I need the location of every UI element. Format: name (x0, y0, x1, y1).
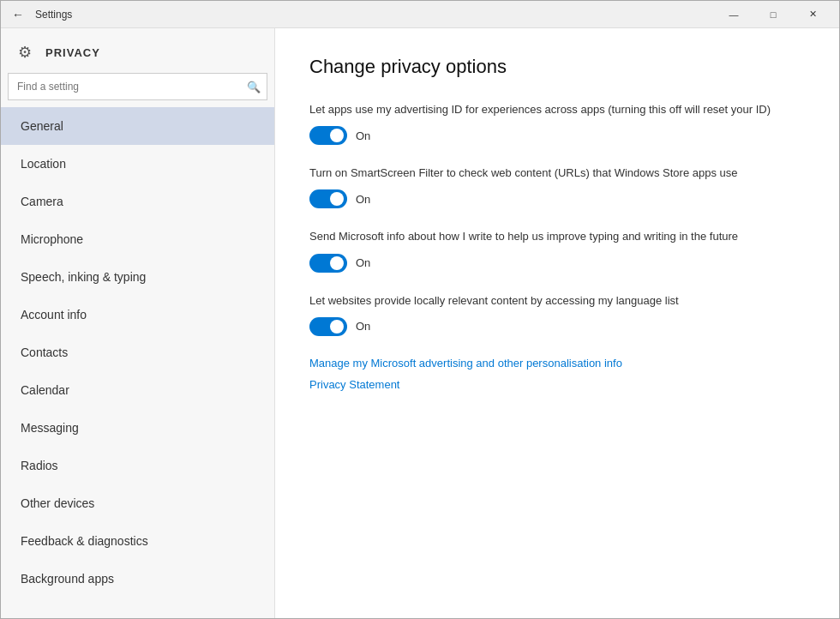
toggle-row-advertising: On (309, 126, 805, 145)
sidebar-item-other-devices[interactable]: Other devices (1, 484, 274, 522)
option-typing-info: Send Microsoft info about how I write to… (309, 229, 805, 272)
toggle-typing-info[interactable] (309, 254, 347, 273)
titlebar-title: Settings (35, 9, 714, 21)
sidebar-item-location[interactable]: Location (1, 145, 274, 183)
sidebar-item-microphone[interactable]: Microphone (1, 220, 274, 258)
window: ← Settings — □ ✕ ⚙ PRIVACY 🔍 General Loc… (0, 0, 840, 619)
sidebar-item-speech[interactable]: Speech, inking & typing (1, 258, 274, 296)
option-smartscreen: Turn on SmartScreen Filter to check web … (309, 165, 805, 208)
sidebar: ⚙ PRIVACY 🔍 General Location Camera Micr… (1, 28, 275, 618)
toggle-language-list[interactable] (309, 317, 347, 336)
toggle-row-language: On (309, 317, 805, 336)
option-advertising-id: Let apps use my advertising ID for exper… (309, 102, 805, 145)
sidebar-title: PRIVACY (45, 46, 100, 59)
toggle-typing-info-state: On (356, 256, 370, 269)
titlebar-controls: — □ ✕ (714, 1, 832, 28)
sidebar-item-messaging[interactable]: Messaging (1, 409, 274, 447)
sidebar-item-account-info[interactable]: Account info (1, 296, 274, 334)
close-button[interactable]: ✕ (793, 1, 832, 28)
sidebar-header: ⚙ PRIVACY (1, 28, 274, 73)
content-area: ⚙ PRIVACY 🔍 General Location Camera Micr… (1, 28, 839, 618)
toggle-language-list-state: On (356, 320, 370, 333)
option-advertising-id-label: Let apps use my advertising ID for exper… (309, 102, 805, 117)
option-typing-info-label: Send Microsoft info about how I write to… (309, 229, 805, 244)
toggle-advertising-id-state: On (356, 129, 370, 142)
manage-advertising-link[interactable]: Manage my Microsoft advertising and othe… (309, 357, 805, 370)
nav-list: General Location Camera Microphone Speec… (1, 107, 274, 618)
sidebar-item-calendar[interactable]: Calendar (1, 371, 274, 409)
option-smartscreen-label: Turn on SmartScreen Filter to check web … (309, 165, 805, 181)
option-language-list-label: Let websites provide locally relevant co… (309, 293, 805, 309)
toggle-row-smartscreen: On (309, 189, 805, 208)
toggle-row-typing: On (309, 254, 805, 273)
sidebar-item-camera[interactable]: Camera (1, 183, 274, 220)
toggle-advertising-id[interactable] (309, 126, 347, 145)
privacy-statement-link[interactable]: Privacy Statement (309, 378, 805, 391)
toggle-smartscreen[interactable] (309, 189, 347, 208)
sidebar-item-feedback[interactable]: Feedback & diagnostics (1, 522, 274, 560)
option-language-list: Let websites provide locally relevant co… (309, 293, 805, 336)
minimize-button[interactable]: — (714, 1, 753, 28)
search-input[interactable] (8, 73, 267, 100)
settings-icon: ⚙ (15, 42, 35, 63)
sidebar-item-radios[interactable]: Radios (1, 447, 274, 484)
sidebar-item-background-apps[interactable]: Background apps (1, 560, 274, 598)
search-icon: 🔍 (247, 81, 261, 93)
titlebar: ← Settings — □ ✕ (1, 1, 839, 28)
page-title: Change privacy options (309, 56, 805, 78)
sidebar-item-contacts[interactable]: Contacts (1, 334, 274, 371)
back-button[interactable]: ← (8, 4, 28, 25)
main-content: Change privacy options Let apps use my a… (275, 28, 839, 618)
sidebar-item-general[interactable]: General (1, 107, 274, 145)
toggle-smartscreen-state: On (356, 193, 370, 206)
search-box: 🔍 (8, 73, 267, 100)
maximize-button[interactable]: □ (753, 1, 793, 28)
